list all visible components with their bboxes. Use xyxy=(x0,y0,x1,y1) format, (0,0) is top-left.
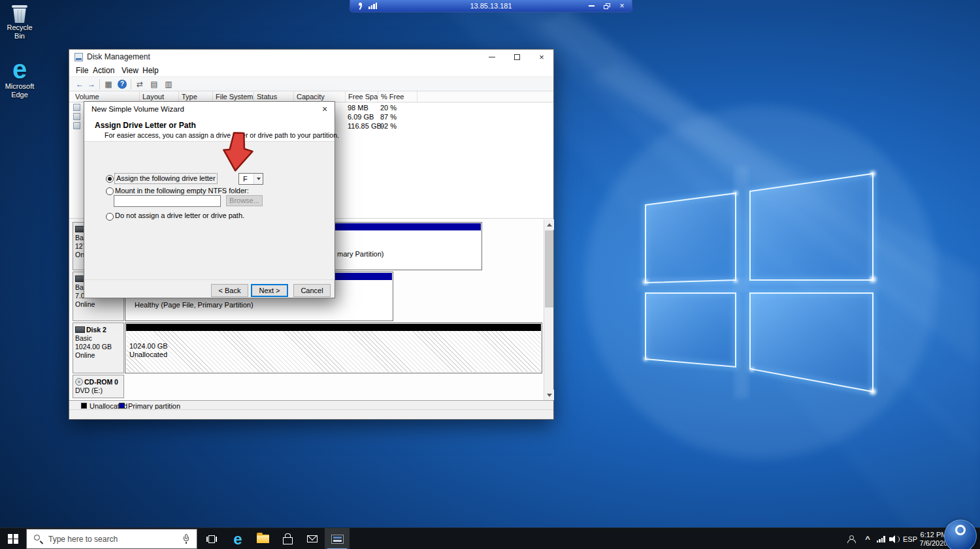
col-type[interactable]: Type xyxy=(179,91,213,102)
recycle-bin-icon xyxy=(11,4,28,24)
wizard-description: For easier access, you can assign a driv… xyxy=(105,131,339,140)
edge-icon: e xyxy=(1,56,38,82)
desktop-icon-recycle-bin[interactable]: Recycle Bin xyxy=(3,4,37,40)
microphone-icon[interactable] xyxy=(182,534,190,544)
rdp-restore-button[interactable] xyxy=(600,1,613,10)
partition-status-text: mary Partition) xyxy=(337,250,384,259)
window-maximize-button[interactable] xyxy=(504,50,529,64)
next-button[interactable]: Next > xyxy=(251,284,288,297)
dialog-close-button[interactable]: × xyxy=(315,102,335,117)
network-icon xyxy=(877,536,885,542)
language-label: ESP xyxy=(903,535,917,543)
volume-icon xyxy=(73,104,80,111)
volume-icon xyxy=(73,122,80,129)
start-button[interactable] xyxy=(0,528,26,549)
windows-logo-icon xyxy=(8,534,18,544)
task-view-icon xyxy=(206,535,217,543)
taskbar-search[interactable] xyxy=(26,529,197,549)
taskbar-disk-management-button[interactable] xyxy=(325,528,350,549)
rdp-minimize-button[interactable] xyxy=(585,1,598,10)
radio-none-label[interactable]: Do not assign a drive letter or drive pa… xyxy=(115,212,244,220)
col-free-space[interactable]: Free Spa... xyxy=(346,91,378,102)
menu-view[interactable]: View xyxy=(122,66,139,75)
bubble-ring-icon xyxy=(955,525,966,535)
scrollbar-thumb[interactable] xyxy=(545,230,553,307)
partition-status-text: Healthy (Page File, Primary Partition) xyxy=(135,301,253,309)
close-icon: × xyxy=(619,2,624,10)
list-view-icon[interactable]: ▦ xyxy=(103,79,114,89)
col-layout[interactable]: Layout xyxy=(140,91,179,102)
menu-file[interactable]: File xyxy=(76,66,88,75)
desktop: Recycle Bin e Microsoft Edge 13.85.13.18… xyxy=(0,0,980,549)
unallocated-size: 1024.00 GB xyxy=(129,342,168,351)
cancel-button[interactable]: Cancel xyxy=(293,284,331,297)
window-title: Disk Management xyxy=(87,52,150,61)
task-view-button[interactable] xyxy=(199,528,225,549)
network-button[interactable] xyxy=(874,528,887,549)
mount-path-input[interactable] xyxy=(114,195,221,207)
pct-free-value: 87 % xyxy=(380,113,397,121)
window-minimize-button[interactable] xyxy=(480,50,504,64)
help-icon[interactable]: ? xyxy=(118,80,127,89)
people-button[interactable] xyxy=(841,528,860,549)
forward-icon[interactable]: → xyxy=(86,79,97,89)
radio-mount-ntfs-folder[interactable] xyxy=(106,187,114,195)
col-pct-free[interactable]: % Free xyxy=(378,91,417,102)
scroll-down-button[interactable] xyxy=(544,390,554,400)
cdrom-name: CD-ROM 0 xyxy=(84,378,118,386)
radio-assign-label[interactable]: Assign the following drive letter xyxy=(115,174,217,183)
volume-button[interactable] xyxy=(887,528,902,549)
dialog-title: New Simple Volume Wizard xyxy=(91,105,184,114)
hidden-icons-button[interactable]: ^ xyxy=(861,528,874,549)
desktop-icon-microsoft-edge[interactable]: e Microsoft Edge xyxy=(1,56,38,99)
col-file-system[interactable]: File System xyxy=(213,91,254,102)
window-titlebar[interactable]: Disk Management × xyxy=(69,50,553,64)
close-icon: × xyxy=(322,105,327,114)
col-volume[interactable]: Volume xyxy=(73,91,140,102)
search-input[interactable] xyxy=(48,535,178,544)
taskbar-store-button[interactable] xyxy=(275,528,300,549)
dialog-titlebar[interactable]: New Simple Volume Wizard × xyxy=(84,102,335,117)
console-icon[interactable]: ▥ xyxy=(163,79,174,89)
menu-action[interactable]: Action xyxy=(93,66,114,75)
disk-type: Basic xyxy=(75,334,123,343)
rdp-connection-bar[interactable]: 13.85.13.181 × xyxy=(350,0,632,12)
refresh-icon[interactable]: ⇄ xyxy=(135,79,145,89)
unallocated-hatch xyxy=(126,331,541,372)
pane-scrollbar[interactable] xyxy=(544,219,553,400)
disk2-info-cell[interactable]: Disk 2 Basic 1024.00 GB Online xyxy=(73,322,124,373)
unallocated-label: Unallocated xyxy=(129,351,167,359)
language-indicator[interactable]: ESP xyxy=(902,528,919,549)
edge-label: Microsoft Edge xyxy=(1,82,38,99)
annotation-arrow xyxy=(219,130,259,176)
col-status[interactable]: Status xyxy=(254,91,294,102)
disk2-unallocated-region[interactable]: 1024.00 GB Unallocated xyxy=(125,322,542,373)
taskbar-edge-button[interactable]: e xyxy=(225,528,250,549)
properties-icon[interactable]: ▤ xyxy=(149,79,159,89)
menu-help[interactable]: Help xyxy=(142,66,159,75)
disk-management-app-icon xyxy=(74,53,83,61)
col-capacity[interactable]: Capacity xyxy=(294,91,346,102)
toolbar: ← → ▦ ? ⇄ ▤ ▥ xyxy=(69,77,553,91)
radio-assign-drive-letter[interactable] xyxy=(106,175,114,183)
watermark-bubble xyxy=(944,520,977,549)
chevron-down-icon[interactable] xyxy=(253,174,263,184)
rdp-close-button[interactable]: × xyxy=(615,1,629,10)
back-button[interactable]: < Back xyxy=(211,284,248,297)
browse-button[interactable]: Browse... xyxy=(226,195,263,206)
window-close-button[interactable]: × xyxy=(529,50,554,64)
drive-letter-value: F xyxy=(243,175,248,183)
taskbar-file-explorer-button[interactable] xyxy=(250,528,275,549)
scroll-up-button[interactable] xyxy=(544,219,554,230)
radio-mount-label[interactable]: Mount in the following empty NTFS folder… xyxy=(115,187,249,195)
legend-bar: Unallocated Primary partition xyxy=(69,400,553,409)
free-space-value: 98 MB xyxy=(348,104,368,112)
free-space-value: 116.85 GB xyxy=(348,122,382,130)
taskbar-mail-button[interactable] xyxy=(300,528,325,549)
radio-no-drive-letter[interactable] xyxy=(106,213,114,221)
mail-icon xyxy=(307,535,318,542)
back-icon[interactable]: ← xyxy=(74,79,85,89)
cdrom-info-cell[interactable]: CD-ROM 0 DVD (E:) xyxy=(73,375,124,398)
disk-name: Disk 2 xyxy=(86,326,106,334)
close-icon: × xyxy=(539,53,544,61)
